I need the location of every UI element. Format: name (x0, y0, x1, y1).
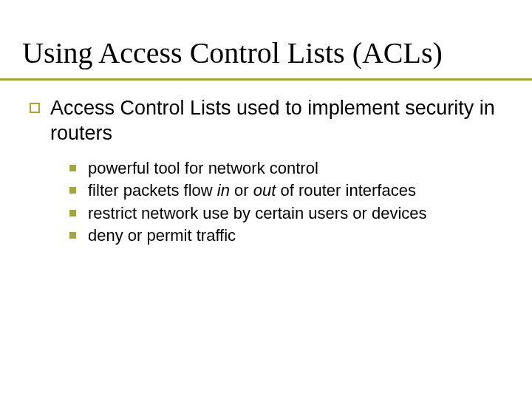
filled-square-icon (69, 187, 76, 194)
filled-square-icon (69, 210, 76, 216)
slide-title: Using Access Control Lists (ACLs) (22, 37, 443, 69)
filled-square-icon (69, 232, 76, 239)
title-underline (0, 78, 532, 81)
list-item-text: filter packets flow in or out of router … (88, 180, 416, 202)
list-item: Access Control Lists used to implement s… (30, 96, 502, 146)
list-item: powerful tool for network control (69, 158, 502, 180)
text-fragment: or (230, 181, 253, 200)
list-item: deny or permit traffic (69, 225, 502, 247)
list-item-text: restrict network use by certain users or… (88, 203, 427, 225)
list-item-text: powerful tool for network control (88, 158, 318, 180)
text-fragment: filter packets flow (88, 181, 217, 200)
list-item-text: deny or permit traffic (88, 225, 236, 247)
list-item: filter packets flow in or out of router … (69, 180, 502, 202)
text-emphasis: in (217, 181, 230, 200)
text-fragment: of router interfaces (276, 181, 416, 200)
slide-content: Access Control Lists used to implement s… (30, 96, 502, 248)
sub-list: powerful tool for network control filter… (69, 158, 502, 247)
filled-square-icon (69, 165, 76, 171)
hollow-square-icon (30, 103, 40, 113)
text-emphasis: out (253, 181, 276, 200)
list-item: restrict network use by certain users or… (69, 203, 502, 225)
list-item-text: Access Control Lists used to implement s… (50, 96, 502, 146)
slide: Using Access Control Lists (ACLs) Access… (0, 0, 532, 399)
